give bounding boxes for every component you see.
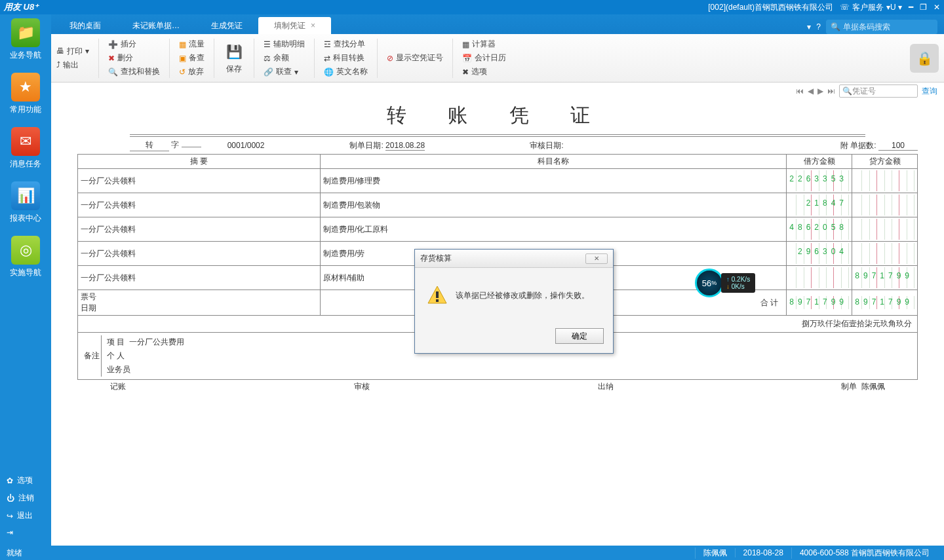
delete-icon: ✖ <box>108 54 115 63</box>
btn-save[interactable]: 💾 保存 <box>224 41 245 75</box>
flow-icon: ▦ <box>179 40 186 49</box>
mail-icon: ✉ <box>11 127 40 156</box>
dialog-title: 存货核算 <box>420 253 452 264</box>
dialog-close-icon[interactable]: ✕ <box>585 253 608 264</box>
left-nav: 📁 业务导航 ★ 常用功能 ✉ 消息任务 📊 报表中心 ◎ 实施导航 ✿选项 ⏻… <box>0 14 51 546</box>
nav-favorites[interactable]: ★ 常用功能 <box>10 73 41 115</box>
backup-icon: ▣ <box>179 54 186 63</box>
btn-aux-detail[interactable]: ☰辅助明细 <box>264 39 305 50</box>
voucher-type[interactable]: 转 <box>130 140 169 151</box>
btn-find-replace[interactable]: 🔍查找和替换 <box>108 66 160 77</box>
col-debit: 借方金额 <box>787 155 852 169</box>
voucher-header: 转 字 0001/0002 制单日期: 2018.08.28 审核日期: 附 单… <box>51 137 944 154</box>
printer-icon: 🖶 <box>56 47 64 56</box>
nav-messages[interactable]: ✉ 消息任务 <box>10 127 41 170</box>
btn-link-query[interactable]: 🔗联查 ▾ <box>264 66 305 77</box>
btn-insert-row[interactable]: ➕插分 <box>108 39 160 50</box>
btn-output[interactable]: ⤴输出 <box>56 60 89 71</box>
warning-icon <box>427 285 448 306</box>
lock-icon[interactable]: 🔒 <box>910 44 939 73</box>
voucher-nav: ⏮ ◀ ▶ ⏭ 🔍 凭证号 查询 <box>51 83 944 100</box>
find2-icon: ☲ <box>324 40 331 49</box>
nav-collapse[interactable]: ⇥ <box>0 525 51 540</box>
u-menu[interactable]: U ▾ <box>890 3 902 12</box>
nav-business[interactable]: 📁 业务导航 <box>10 18 41 61</box>
btn-calculator[interactable]: ▦计算器 <box>462 39 506 50</box>
voucher-title: 转 账 凭 证 <box>130 100 865 137</box>
tab-dropdown-icon[interactable]: ▾ <box>807 22 811 31</box>
tool-icon: ✖ <box>462 67 469 77</box>
project-value: 一分厂公共费用 <box>129 337 184 348</box>
signature-row: 记账 审核 出纳 制单 陈佩佩 <box>77 380 918 394</box>
maker-name: 陈佩佩 <box>861 382 885 391</box>
nav-reports[interactable]: 📊 报表中心 <box>10 181 41 224</box>
nav-implement[interactable]: ◎ 实施导航 <box>10 236 41 278</box>
btn-account-convert[interactable]: ⇄科目转换 <box>324 52 368 64</box>
last-icon[interactable]: ⏭ <box>827 86 835 96</box>
btn-flow[interactable]: ▦流量 <box>179 39 205 50</box>
table-row[interactable]: 一分厂公共领料制造费用/化工原料4862058 <box>78 217 918 242</box>
abandon-icon: ↺ <box>179 67 186 77</box>
power-icon: ⏻ <box>7 494 14 503</box>
btn-english-name[interactable]: 🌐英文名称 <box>324 66 368 77</box>
compass-icon: ◎ <box>11 236 40 265</box>
title-company: [002](default)首钢凯西钢铁有限公司 <box>708 2 833 13</box>
btn-show-empty[interactable]: ⊘显示空凭证号 <box>387 52 443 64</box>
tab-genvoucher[interactable]: 生成凭证 <box>195 17 258 34</box>
search-icon: 🔍 <box>831 22 840 31</box>
btn-find-split[interactable]: ☲查找分单 <box>324 39 368 50</box>
tab-close-icon[interactable]: × <box>311 21 315 30</box>
close-icon[interactable]: ✕ <box>934 3 940 12</box>
content-area: 我的桌面 未记账单据… 生成凭证 填制凭证× ▾ ? 🔍 单据条码搜索 🖶打印 … <box>51 14 944 546</box>
table-row[interactable]: 一分厂公共领料制造费用/修理费2263353 <box>78 169 918 193</box>
barcode-search[interactable]: 🔍 单据条码搜索 <box>826 20 937 34</box>
tab-unposted[interactable]: 未记账单据… <box>117 17 195 34</box>
btn-print[interactable]: 🖶打印 ▾ <box>56 46 89 57</box>
next-icon[interactable]: ▶ <box>817 86 823 96</box>
btn-delete-row[interactable]: ✖删分 <box>108 52 160 64</box>
gear-icon: ✿ <box>7 476 13 485</box>
help-icon[interactable]: ? <box>816 22 821 31</box>
find-icon: 🔍 <box>108 67 118 77</box>
voucher-query-btn[interactable]: 查询 <box>922 86 937 97</box>
nav-logout[interactable]: ⏻注销 <box>0 489 51 507</box>
output-icon: ⤴ <box>56 60 60 69</box>
tab-entervoucher[interactable]: 填制凭证× <box>258 17 331 34</box>
table-row[interactable]: 一分厂公共领料制造费用/包装物21847 <box>78 193 918 217</box>
attach-count[interactable]: 100 <box>878 141 918 151</box>
customer-service[interactable]: 客户服务 <box>852 2 884 13</box>
restore-icon[interactable]: ❐ <box>920 3 927 12</box>
col-summary: 摘 要 <box>78 155 321 169</box>
minimize-icon[interactable]: ━ <box>909 3 913 12</box>
calc-icon: ▦ <box>462 40 469 49</box>
btn-backup[interactable]: ▣备查 <box>179 52 205 64</box>
status-hotline: 4006-600-588 首钢凯西钢铁有限公司 <box>791 548 937 559</box>
first-icon[interactable]: ⏮ <box>796 86 804 96</box>
status-user: 陈佩佩 <box>695 548 735 559</box>
voucher-search-input[interactable]: 🔍 凭证号 <box>839 84 918 98</box>
nav-exit[interactable]: ↪退出 <box>0 507 51 525</box>
empty-icon: ⊘ <box>387 54 393 63</box>
save-icon: 💾 <box>224 41 245 62</box>
dialog-ok-button[interactable]: 确定 <box>555 328 604 344</box>
folder-icon: 📁 <box>11 18 40 47</box>
make-date[interactable]: 2018.08.28 <box>385 141 425 151</box>
globe-icon: 🌐 <box>324 67 334 77</box>
error-dialog: 存货核算 ✕ 该单据已经被修改或删除，操作失败。 确定 <box>414 249 614 354</box>
prev-icon[interactable]: ◀ <box>808 86 814 96</box>
btn-balance[interactable]: ⚖余额 <box>264 52 305 64</box>
btn-ribbon-options[interactable]: ✖选项 <box>462 66 506 77</box>
tab-desktop[interactable]: 我的桌面 <box>54 17 117 34</box>
network-widget[interactable]: 56% ↑ 0.2K/s ↓ 0K/s <box>695 269 767 297</box>
app-brand: 用友 U8⁺ <box>4 1 39 13</box>
nav-options[interactable]: ✿选项 <box>0 472 51 489</box>
btn-abandon[interactable]: ↺放弃 <box>179 66 205 77</box>
star-icon: ★ <box>11 73 40 102</box>
report-icon: 📊 <box>11 181 40 210</box>
link-icon: 🔗 <box>264 67 273 77</box>
btn-calendar[interactable]: 📅会计日历 <box>462 52 506 64</box>
status-ready: 就绪 <box>7 548 22 559</box>
status-bar: 就绪 陈佩佩 2018-08-28 4006-600-588 首钢凯西钢铁有限公… <box>0 546 944 560</box>
ribbon-toolbar: 🖶打印 ▾ ⤴输出 ➕插分 ✖删分 🔍查找和替换 ▦流量 ▣备查 ↺放弃 💾 保… <box>51 34 944 83</box>
exit-icon: ↪ <box>7 512 13 521</box>
